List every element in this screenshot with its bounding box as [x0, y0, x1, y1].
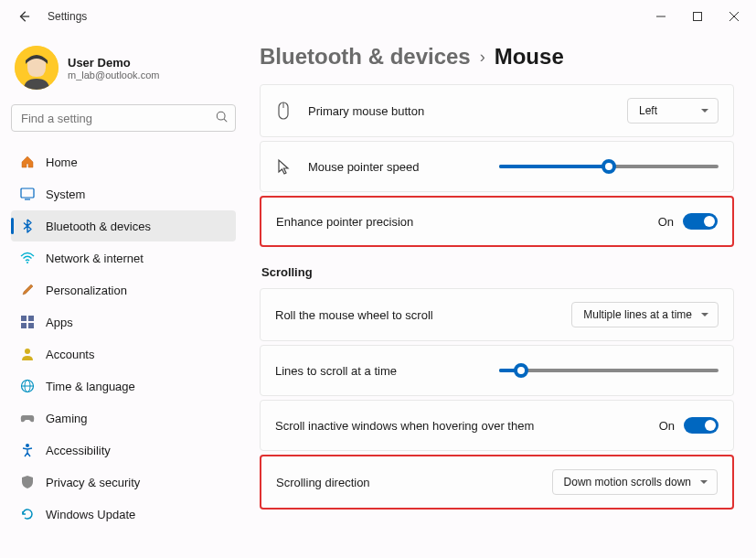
maximize-icon [693, 12, 702, 21]
nav: Home System Bluetooth & devices Network … [11, 146, 236, 530]
minimize-icon [656, 12, 665, 21]
globe-icon [20, 379, 35, 393]
nav-item-network[interactable]: Network & internet [11, 242, 236, 274]
svg-rect-12 [21, 323, 27, 328]
profile-email: m_lab@outlook.com [68, 70, 159, 80]
breadcrumb-parent[interactable]: Bluetooth & devices [260, 44, 471, 70]
enhance-precision-toggle[interactable] [683, 213, 718, 230]
nav-label: Network & internet [46, 252, 144, 265]
setting-inactive-windows: Scroll inactive windows when hovering ov… [260, 400, 734, 451]
search-wrap [11, 104, 236, 132]
svg-point-14 [25, 349, 30, 354]
setting-label: Lines to scroll at a time [275, 364, 499, 378]
pointer-speed-slider[interactable] [499, 157, 719, 176]
nav-item-home[interactable]: Home [11, 146, 236, 177]
lines-scroll-slider[interactable] [499, 361, 719, 380]
nav-label: Home [46, 156, 78, 169]
nav-item-privacy[interactable]: Privacy & security [11, 467, 236, 498]
home-icon [20, 155, 35, 169]
maximize-button[interactable] [679, 2, 716, 31]
back-button[interactable] [11, 4, 37, 29]
svg-point-5 [217, 112, 225, 120]
setting-label: Scrolling direction [276, 476, 552, 489]
nav-item-accounts[interactable]: Accounts [11, 338, 236, 370]
cursor-icon [275, 158, 292, 175]
inactive-windows-toggle[interactable] [684, 417, 719, 434]
nav-label: Personalization [46, 284, 127, 297]
chevron-right-icon: › [480, 48, 485, 67]
update-icon [20, 507, 35, 521]
setting-label: Mouse pointer speed [308, 160, 499, 174]
nav-label: System [46, 188, 85, 201]
page-title: Mouse [495, 44, 564, 70]
section-heading-scrolling: Scrolling [261, 265, 734, 279]
setting-pointer-speed: Mouse pointer speed [260, 141, 734, 192]
nav-item-apps[interactable]: Apps [11, 306, 236, 338]
wheel-scroll-select[interactable]: Multiple lines at a time [571, 302, 719, 327]
nav-label: Bluetooth & devices [46, 220, 151, 233]
toggle-state-label: On [659, 419, 675, 433]
setting-scroll-direction: Scrolling direction Down motion scrolls … [260, 455, 734, 510]
avatar [15, 46, 59, 90]
nav-item-accessibility[interactable]: Accessibility [11, 435, 236, 466]
setting-label: Enhance pointer precision [276, 215, 658, 229]
close-button[interactable] [716, 2, 752, 31]
svg-rect-1 [694, 13, 702, 21]
nav-label: Privacy & security [46, 476, 140, 489]
brush-icon [20, 283, 35, 297]
nav-item-personalization[interactable]: Personalization [11, 274, 236, 306]
profile-name: User Demo [68, 56, 159, 70]
bluetooth-icon [20, 219, 35, 233]
search-icon [216, 111, 229, 126]
svg-rect-13 [28, 323, 34, 328]
shield-icon [20, 475, 35, 489]
main-content: Bluetooth & devices › Mouse Primary mous… [247, 33, 756, 558]
nav-item-time-language[interactable]: Time & language [11, 370, 236, 402]
nav-label: Windows Update [46, 508, 135, 521]
nav-label: Accounts [46, 348, 94, 361]
accessibility-icon [20, 443, 35, 457]
close-icon [729, 12, 739, 21]
setting-primary-mouse-button: Primary mouse button Left [260, 84, 734, 137]
search-input[interactable] [11, 104, 236, 132]
svg-line-6 [224, 119, 227, 122]
setting-lines-scroll: Lines to scroll at a time [260, 345, 734, 396]
nav-item-bluetooth-devices[interactable]: Bluetooth & devices [11, 210, 236, 241]
sidebar: User Demo m_lab@outlook.com Home System … [0, 33, 247, 558]
profile-block[interactable]: User Demo m_lab@outlook.com [11, 40, 236, 102]
setting-label: Scroll inactive windows when hovering ov… [275, 419, 659, 433]
svg-point-9 [27, 262, 28, 263]
gamepad-icon [20, 411, 35, 425]
svg-rect-10 [21, 316, 27, 321]
toggle-state-label: On [658, 215, 674, 229]
setting-label: Primary mouse button [308, 104, 627, 118]
window-title: Settings [48, 10, 87, 23]
nav-item-gaming[interactable]: Gaming [11, 402, 236, 434]
wifi-icon [20, 251, 35, 265]
nav-label: Accessibility [46, 444, 111, 457]
svg-point-18 [26, 444, 29, 447]
nav-item-windows-update[interactable]: Windows Update [11, 499, 236, 530]
minimize-button[interactable] [643, 2, 679, 31]
nav-label: Time & language [46, 380, 135, 393]
svg-rect-7 [21, 188, 34, 198]
setting-enhance-precision: Enhance pointer precision On [260, 196, 734, 247]
breadcrumb: Bluetooth & devices › Mouse [260, 44, 734, 70]
primary-button-select[interactable]: Left [627, 98, 719, 123]
mouse-icon [275, 102, 292, 119]
titlebar: Settings [0, 0, 756, 33]
scroll-direction-select[interactable]: Down motion scrolls down [552, 469, 718, 495]
system-icon [20, 187, 35, 201]
svg-rect-11 [28, 316, 34, 321]
back-arrow-icon [17, 10, 30, 23]
person-icon [20, 347, 35, 361]
nav-label: Gaming [46, 412, 88, 425]
setting-wheel-scroll: Roll the mouse wheel to scroll Multiple … [260, 288, 734, 341]
nav-item-system[interactable]: System [11, 178, 236, 209]
nav-label: Apps [46, 316, 73, 329]
apps-icon [20, 315, 35, 329]
setting-label: Roll the mouse wheel to scroll [275, 308, 571, 322]
